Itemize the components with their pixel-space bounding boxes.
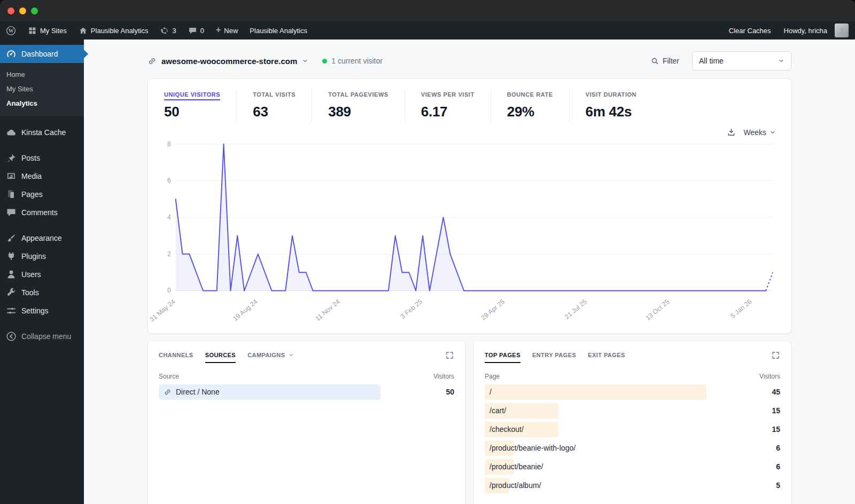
my-sites-icon bbox=[28, 26, 37, 35]
page-row[interactable]: /cart/ 15 bbox=[485, 403, 780, 419]
howdy-label: Howdy, hricha bbox=[784, 27, 827, 35]
page-row[interactable]: /product/album/ 5 bbox=[485, 478, 780, 493]
stat-bounce-rate[interactable]: BOUNCE RATE 29% bbox=[491, 88, 569, 122]
new-label: New bbox=[224, 27, 238, 35]
site-link-menu[interactable]: Plausible Analytics bbox=[73, 21, 154, 40]
svg-text:2: 2 bbox=[167, 250, 171, 258]
page-row[interactable]: / 45 bbox=[485, 384, 780, 400]
svg-text:3 Feb 25: 3 Feb 25 bbox=[399, 298, 424, 320]
row-bar bbox=[485, 384, 706, 400]
expand-icon bbox=[771, 351, 780, 360]
page-row[interactable]: /product/beanie/ 6 bbox=[485, 459, 780, 475]
tab-sources[interactable]: SOURCES bbox=[205, 352, 236, 358]
svg-text:11 Nov 24: 11 Nov 24 bbox=[314, 298, 341, 322]
stat-unique-visitors[interactable]: UNIQUE VISITORS 50 bbox=[163, 88, 236, 122]
comments-indicator[interactable]: 0 bbox=[182, 21, 210, 40]
svg-text:6: 6 bbox=[167, 177, 171, 184]
tab-entry-pages[interactable]: ENTRY PAGES bbox=[532, 352, 576, 358]
sidebar-item-label: Kinsta Cache bbox=[21, 128, 66, 137]
sources-tabs: CHANNELS SOURCES CAMPAIGNS bbox=[159, 351, 454, 360]
avatar bbox=[835, 23, 849, 37]
tab-channels[interactable]: CHANNELS bbox=[159, 352, 193, 358]
page-row[interactable]: /checkout/ 15 bbox=[485, 422, 780, 437]
column-visitors: Visitors bbox=[433, 373, 454, 380]
sidebar-item-label: Users bbox=[21, 270, 41, 279]
tab-top-pages[interactable]: TOP PAGES bbox=[485, 352, 520, 358]
wp-logo-menu[interactable] bbox=[0, 21, 22, 40]
minimize-window-button[interactable] bbox=[19, 7, 26, 14]
row-visitors: 5 bbox=[776, 481, 780, 490]
stat-total-pageviews[interactable]: TOTAL PAGEVIEWS 389 bbox=[312, 88, 405, 122]
expand-card-button[interactable] bbox=[445, 351, 454, 360]
stat-visit-duration[interactable]: VISIT DURATION 6m 42s bbox=[569, 88, 653, 122]
account-menu[interactable]: Howdy, hricha bbox=[778, 21, 855, 40]
tab-exit-pages[interactable]: EXIT PAGES bbox=[588, 352, 625, 358]
window-titlebar bbox=[0, 0, 855, 21]
sidebar-item-label: Appearance bbox=[21, 234, 62, 242]
wordpress-logo-icon bbox=[6, 26, 16, 36]
sidebar-item-label: Dashboard bbox=[21, 50, 58, 58]
collapse-menu-label: Collapse menu bbox=[21, 332, 71, 341]
interval-value: Weeks bbox=[743, 128, 766, 137]
sidebar-item-settings[interactable]: Settings bbox=[0, 302, 84, 320]
current-visitors-indicator[interactable]: 1 current visitor bbox=[322, 57, 383, 65]
top-pages-card: TOP PAGES ENTRY PAGES EXIT PAGES Page Vi… bbox=[473, 341, 791, 504]
page-row[interactable]: /product/beanie-with-logo/ 6 bbox=[485, 440, 780, 456]
updates-icon bbox=[160, 26, 169, 35]
sidebar-item-dashboard[interactable]: Dashboard bbox=[0, 45, 84, 63]
site-link-label: Plausible Analytics bbox=[91, 27, 149, 35]
collapse-arrow-icon bbox=[6, 331, 17, 342]
sidebar-item-appearance[interactable]: Appearance bbox=[0, 229, 84, 247]
interval-select[interactable]: Weeks bbox=[743, 128, 776, 137]
svg-text:21 Jul 25: 21 Jul 25 bbox=[563, 298, 588, 321]
filter-button[interactable]: Filter bbox=[651, 57, 679, 65]
stat-total-visits[interactable]: TOTAL VISITS 63 bbox=[236, 88, 312, 122]
sidebar-subitem-my-sites[interactable]: My Sites bbox=[0, 82, 84, 96]
expand-card-button[interactable] bbox=[771, 351, 780, 360]
pushpin-icon bbox=[6, 153, 17, 163]
fullscreen-window-button[interactable] bbox=[31, 7, 38, 14]
stat-views-per-visit[interactable]: VIEWS PER VISIT 6.17 bbox=[405, 88, 491, 122]
sidebar-item-plugins[interactable]: Plugins bbox=[0, 247, 84, 265]
sidebar-item-comments[interactable]: Comments bbox=[0, 203, 84, 222]
live-dot bbox=[322, 59, 327, 64]
sidebar-item-posts[interactable]: Posts bbox=[0, 149, 84, 167]
updates-indicator[interactable]: 3 bbox=[154, 21, 182, 40]
current-visitors-label: 1 current visitor bbox=[331, 57, 383, 65]
sidebar-item-pages[interactable]: Pages bbox=[0, 185, 84, 203]
collapse-menu-button[interactable]: Collapse menu bbox=[0, 327, 84, 345]
svg-text:5 Jan 26: 5 Jan 26 bbox=[729, 298, 753, 320]
clear-caches-label: Clear Caches bbox=[729, 27, 771, 35]
svg-text:8: 8 bbox=[167, 140, 171, 148]
sidebar-item-label: Settings bbox=[21, 306, 49, 315]
clear-caches-button[interactable]: Clear Caches bbox=[722, 21, 778, 40]
updates-count: 3 bbox=[173, 27, 176, 35]
chevron-down-icon bbox=[302, 58, 308, 64]
sidebar-subitem-home[interactable]: Home bbox=[0, 67, 84, 82]
date-range-select[interactable]: All time bbox=[692, 51, 791, 70]
plausible-header: awesome-woocommerce-store.com 1 current … bbox=[147, 51, 791, 71]
plausible-analytics-menu[interactable]: Plausible Analytics bbox=[244, 21, 313, 40]
my-sites-menu[interactable]: My Sites bbox=[22, 21, 73, 40]
tab-campaigns[interactable]: CAMPAIGNS bbox=[247, 352, 294, 358]
source-row-direct-none[interactable]: Direct / None 50 bbox=[159, 384, 454, 400]
chevron-down-icon bbox=[770, 129, 776, 136]
sidebar-item-kinsta-cache[interactable]: Kinsta Cache bbox=[0, 123, 84, 141]
sidebar-item-label: Posts bbox=[21, 154, 40, 162]
sidebar-subitem-analytics[interactable]: Analytics bbox=[0, 96, 84, 111]
media-icon bbox=[6, 171, 17, 182]
site-picker[interactable]: awesome-woocommerce-store.com bbox=[147, 57, 308, 66]
sidebar-item-tools[interactable]: Tools bbox=[0, 284, 84, 302]
chart-controls: Weeks bbox=[148, 128, 791, 137]
column-visitors: Visitors bbox=[759, 373, 780, 380]
close-window-button[interactable] bbox=[7, 7, 14, 14]
sidebar-item-label: Media bbox=[21, 172, 42, 180]
sidebar-item-media[interactable]: Media bbox=[0, 167, 84, 185]
visitors-line-chart[interactable]: 0246831 May 2419 Aug 2411 Nov 243 Feb 25… bbox=[148, 137, 791, 332]
wp-admin-sidebar: Dashboard Home My Sites Analytics Kinsta… bbox=[0, 40, 84, 504]
pages-tabs: TOP PAGES ENTRY PAGES EXIT PAGES bbox=[485, 351, 780, 360]
sidebar-item-users[interactable]: Users bbox=[0, 265, 84, 284]
svg-text:31 May 24: 31 May 24 bbox=[149, 298, 177, 324]
new-content-menu[interactable]: +New bbox=[210, 21, 244, 40]
download-export-button[interactable] bbox=[727, 128, 736, 137]
